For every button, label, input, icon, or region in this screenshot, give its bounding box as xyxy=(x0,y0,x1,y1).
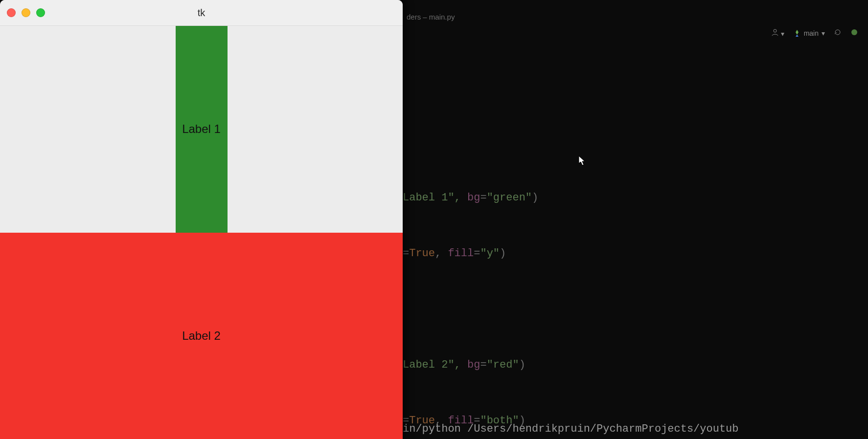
terminal-output: in/python /Users/hendrikpruin/PycharmPro… xyxy=(403,423,739,435)
traffic-lights xyxy=(7,8,45,17)
code-line: =True, fill="y") xyxy=(403,244,538,263)
code-line: Label 1", bg="green") xyxy=(403,189,538,207)
run-config-selector[interactable]: main ▾ xyxy=(793,29,825,37)
window-client-area: Label 1 Label 2 xyxy=(0,26,403,439)
window-title: tk xyxy=(198,7,206,19)
window-titlebar[interactable]: tk xyxy=(0,0,403,26)
tk-window: tk Label 1 Label 2 xyxy=(0,0,403,439)
mouse-cursor-icon xyxy=(578,155,586,166)
ide-window: ders – main.py ▾ main ▾ Label 1", bg="gr… xyxy=(403,0,868,439)
run-config-label: main xyxy=(804,29,819,37)
svg-point-11 xyxy=(851,29,857,35)
code-line: Label 2", bg="red") xyxy=(403,356,538,374)
ide-breadcrumb: ders – main.py xyxy=(407,13,455,21)
user-icon[interactable]: ▾ xyxy=(771,28,784,38)
label-2: Label 2 xyxy=(0,233,403,439)
row-2: Label 2 xyxy=(0,233,403,439)
label-2-text: Label 2 xyxy=(182,329,221,343)
code-editor[interactable]: Label 1", bg="green") =True, fill="y") L… xyxy=(403,152,538,439)
label-1-text: Label 1 xyxy=(182,122,221,136)
maximize-button[interactable] xyxy=(36,8,45,17)
ide-toolbar: ▾ main ▾ xyxy=(771,28,858,38)
reload-icon[interactable] xyxy=(834,28,842,38)
minimize-button[interactable] xyxy=(22,8,30,17)
svg-point-10 xyxy=(774,29,777,32)
run-icon[interactable] xyxy=(850,28,858,38)
row-1: Label 1 xyxy=(0,26,403,233)
close-button[interactable] xyxy=(7,8,16,17)
label-1: Label 1 xyxy=(176,26,228,233)
code-blank-line xyxy=(403,300,538,319)
